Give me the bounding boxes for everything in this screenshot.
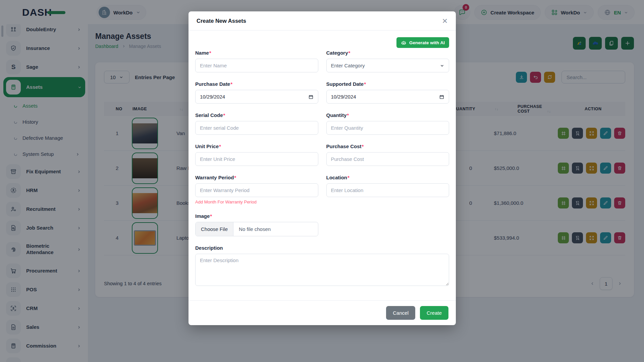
serial-code-input[interactable] xyxy=(195,121,318,135)
purchase-cost-input[interactable] xyxy=(326,152,449,166)
file-status-text: No file chosen xyxy=(233,222,276,236)
field-category: Category* Enter Category xyxy=(326,50,449,72)
purchase-date-input[interactable]: 10/29/2024 xyxy=(195,90,318,104)
category-select[interactable]: Enter Category xyxy=(326,59,449,72)
field-serial-code: Serial Code* xyxy=(195,112,318,135)
required-mark: * xyxy=(347,175,350,180)
chevron-down-icon xyxy=(440,63,444,68)
supported-date-input[interactable]: 10/29/2024 xyxy=(326,90,449,104)
required-mark: * xyxy=(347,112,349,118)
field-unit-price: Unit Price* xyxy=(195,143,318,166)
create-button[interactable]: Create xyxy=(420,306,448,320)
field-name: Name* xyxy=(195,50,318,72)
field-purchase-cost: Purchase Cost* xyxy=(326,143,449,166)
create-assets-modal: Create New Assets ✕ Generate with AI Nam… xyxy=(189,11,456,325)
cancel-button[interactable]: Cancel xyxy=(386,306,415,320)
field-description: Description xyxy=(195,245,449,286)
warranty-helper-text: Add Month For Warranty Period xyxy=(195,199,318,204)
location-input[interactable] xyxy=(326,183,449,197)
required-mark: * xyxy=(348,50,351,56)
required-mark: * xyxy=(209,50,211,56)
field-image: Image* Choose File No file chosen xyxy=(195,213,318,236)
field-purchase-date: Purchase Date* 10/29/2024 xyxy=(195,81,318,104)
field-location: Location* xyxy=(326,175,449,204)
field-quantity: Quantity* xyxy=(326,112,449,135)
modal-title: Create New Assets xyxy=(197,18,246,24)
quantity-input[interactable] xyxy=(326,121,449,135)
generate-with-ai-button[interactable]: Generate with AI xyxy=(396,37,449,48)
description-textarea[interactable] xyxy=(195,254,449,286)
field-supported-date: Supported Date* 10/29/2024 xyxy=(326,81,449,104)
required-mark: * xyxy=(210,213,212,219)
required-mark: * xyxy=(364,81,366,87)
name-input[interactable] xyxy=(195,59,318,72)
required-mark: * xyxy=(219,143,221,149)
image-file-input[interactable]: Choose File No file chosen xyxy=(195,222,318,236)
required-mark: * xyxy=(362,143,364,149)
field-image-spacer xyxy=(326,213,449,236)
required-mark: * xyxy=(230,81,232,87)
close-icon[interactable]: ✕ xyxy=(442,17,448,24)
field-warranty-period: Warranty Period* Add Month For Warranty … xyxy=(195,175,318,204)
calendar-icon xyxy=(439,94,444,100)
required-mark: * xyxy=(234,175,236,180)
robot-icon xyxy=(401,40,407,46)
required-mark: * xyxy=(223,112,225,118)
calendar-icon xyxy=(308,94,314,100)
unit-price-input[interactable] xyxy=(195,152,318,166)
warranty-period-input[interactable] xyxy=(195,183,318,197)
choose-file-button[interactable]: Choose File xyxy=(196,222,233,236)
